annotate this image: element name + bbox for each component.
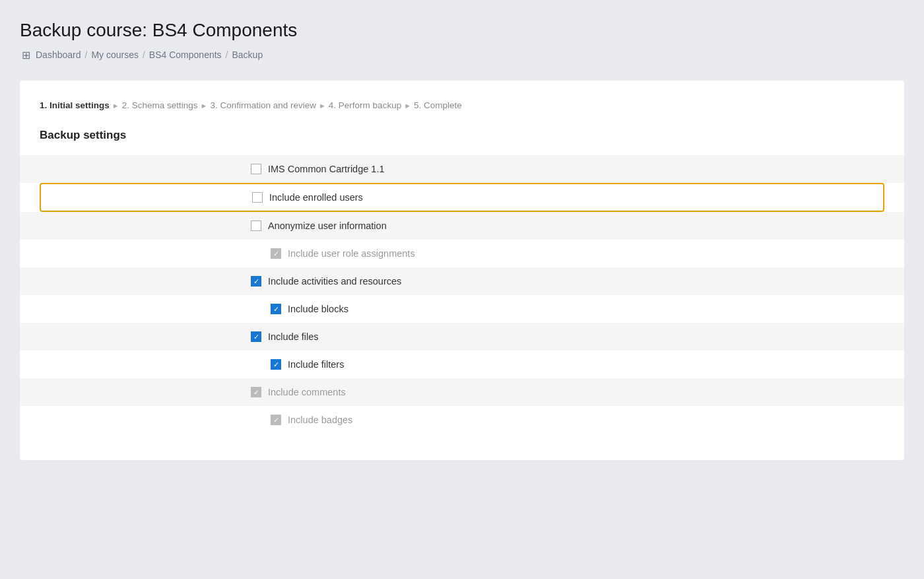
label-role: Include user role assignments [288, 248, 415, 259]
checkbox-enrolled[interactable] [252, 192, 263, 203]
settings-list: IMS Common Cartridge 1.1 Include enrolle… [40, 155, 884, 434]
setting-row-activities: ✓ Include activities and resources [20, 267, 904, 295]
setting-row-badges: ✓ Include badges [40, 406, 884, 434]
breadcrumb-my-courses[interactable]: My courses [91, 50, 139, 60]
steps-nav: 1. Initial settings ► 2. Schema settings… [40, 100, 884, 110]
setting-row-comments: ✓ Include comments [20, 378, 904, 406]
label-comments: Include comments [268, 387, 346, 397]
label-files: Include files [268, 331, 319, 342]
home-icon: ⊞ [20, 49, 32, 61]
checkbox-filters[interactable]: ✓ [271, 359, 281, 370]
step-1: 1. Initial settings [40, 100, 110, 110]
step-2: 2. Schema settings [122, 100, 198, 110]
label-activities: Include activities and resources [268, 276, 401, 287]
section-title: Backup settings [40, 129, 884, 142]
breadcrumb-bs4[interactable]: BS4 Components [149, 50, 222, 60]
label-badges: Include badges [288, 415, 352, 425]
step-3: 3. Confirmation and review [210, 100, 316, 110]
setting-row-blocks: ✓ Include blocks [40, 295, 884, 323]
breadcrumb: ⊞ Dashboard / My courses / BS4 Component… [20, 49, 904, 61]
label-enrolled: Include enrolled users [269, 192, 363, 203]
checkbox-role[interactable]: ✓ [271, 248, 281, 259]
checkbox-ims[interactable] [251, 164, 261, 174]
setting-row-anonymize: Anonymize user information [20, 212, 904, 240]
label-blocks: Include blocks [288, 304, 348, 314]
setting-row-ims: IMS Common Cartridge 1.1 [20, 155, 904, 183]
breadcrumb-dashboard[interactable]: Dashboard [36, 50, 81, 60]
step-5: 5. Complete [414, 100, 462, 110]
label-filters: Include filters [288, 359, 344, 370]
checkbox-comments[interactable]: ✓ [251, 387, 261, 397]
checkbox-files[interactable]: ✓ [251, 331, 261, 342]
setting-row-role: ✓ Include user role assignments [40, 240, 884, 267]
step-4: 4. Perform backup [329, 100, 401, 110]
setting-row-filters: ✓ Include filters [40, 351, 884, 378]
checkbox-anonymize[interactable] [251, 221, 261, 231]
main-card: 1. Initial settings ► 2. Schema settings… [20, 81, 904, 460]
checkbox-badges[interactable]: ✓ [271, 415, 281, 425]
checkbox-blocks[interactable]: ✓ [271, 304, 281, 314]
label-ims: IMS Common Cartridge 1.1 [268, 164, 384, 174]
setting-row-files: ✓ Include files [20, 323, 904, 351]
label-anonymize: Anonymize user information [268, 221, 387, 231]
breadcrumb-current: Backup [232, 50, 263, 60]
setting-row-enrolled: Include enrolled users [40, 183, 884, 212]
checkbox-activities[interactable]: ✓ [251, 276, 261, 287]
page-title: Backup course: BS4 Components [20, 20, 904, 41]
